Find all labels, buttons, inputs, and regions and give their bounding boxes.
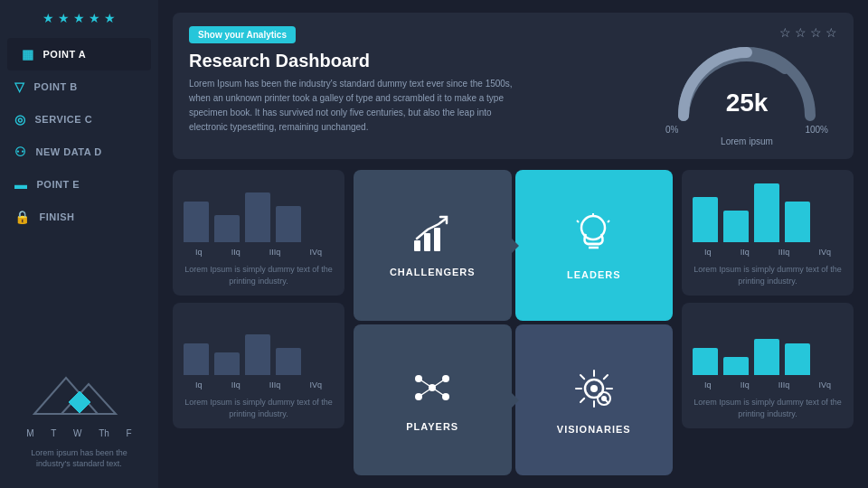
svg-line-19 (419, 388, 432, 397)
rbbar-4 (785, 343, 810, 375)
sidebar-item-service-c[interactable]: ◎ SERVICE C (0, 103, 158, 136)
days-row: M T W Th F (9, 423, 149, 444)
dashboard-desc: Lorem Ipsum has been the industry's stan… (189, 77, 533, 135)
star-5: ★ (104, 11, 116, 25)
top-section: Show your Analytics Research Dashboard L… (173, 13, 854, 159)
rlabel-iq: Iq (704, 248, 712, 257)
left-bottom-bar-labels: Iq IIq IIIq IVq (184, 380, 334, 389)
day-t: T (51, 428, 56, 438)
bar-4 (276, 206, 301, 242)
right-bottom-chart-desc: Lorem Ipsum is simply dummy text of the … (693, 397, 843, 419)
rbar-1 (693, 197, 718, 242)
visionaries-icon (571, 366, 617, 418)
svg-rect-3 (414, 240, 420, 251)
analytics-badge[interactable]: Show your Analytics (189, 26, 296, 43)
settings-icon: ◎ (14, 112, 26, 127)
gauge-star-4: ☆ (826, 25, 837, 40)
bar-b4 (276, 348, 301, 375)
gauge-star-1: ☆ (779, 25, 791, 40)
grid-icon: ▦ (22, 47, 34, 61)
svg-line-30 (580, 398, 584, 401)
filter-icon: ▽ (14, 80, 25, 94)
players-label: PLAYERS (406, 421, 458, 432)
svg-marker-2 (69, 391, 90, 413)
sidebar-desc: Lorem ipsum has been the industry's stan… (9, 444, 149, 477)
svg-point-32 (601, 396, 607, 401)
label-ivq-b: IVq (309, 380, 322, 389)
dashboard-title: Research Dashboard (189, 51, 642, 71)
left-bottom-bar-chart (184, 312, 334, 375)
left-bottom-chart-desc: Lorem Ipsum is simply dummy text of the … (184, 397, 334, 419)
quad-challengers[interactable]: CHALLENGERS (354, 170, 512, 321)
sidebar-item-new-data-d[interactable]: ⚇ NEW DATA D (0, 136, 158, 168)
svg-line-11 (608, 221, 609, 222)
right-top-bar-chart (693, 179, 843, 242)
challengers-label: CHALLENGERS (390, 267, 476, 277)
gauge-stars: ☆ ☆ ☆ ☆ (779, 25, 837, 40)
rlabel-ivq: IVq (818, 248, 831, 257)
right-top-bar-labels: Iq IIq IIIq IVq (693, 248, 843, 257)
mountain-area (9, 360, 149, 423)
rbbar-3 (754, 339, 779, 375)
quad-players[interactable]: PLAYERS (354, 324, 512, 475)
sidebar-item-point-b[interactable]: ▽ POINT B (0, 70, 158, 103)
users-icon: ⚇ (14, 145, 27, 159)
svg-line-29 (604, 375, 608, 379)
sidebar-bottom: M T W Th F Lorem ipsum has been the indu… (0, 351, 158, 477)
sidebar-stars: ★ ★ ★ ★ ★ (0, 11, 158, 25)
rbar-4 (785, 202, 810, 242)
sidebar-item-point-a[interactable]: ▦ POINT A (7, 38, 151, 70)
rblabel-iq: Iq (704, 380, 712, 389)
right-top-chart: Iq IIq IIIq IVq Lorem Ipsum is simply du… (682, 170, 854, 296)
rbar-3 (754, 183, 779, 242)
left-top-bar-chart (184, 179, 334, 242)
right-bottom-bar-labels: Iq IIq IIIq IVq (693, 380, 843, 389)
visionaries-label: VISIONARIES (557, 424, 631, 435)
left-top-bar-labels: Iq IIq IIIq IVq (184, 248, 334, 257)
left-top-chart: Iq IIq IIIq IVq Lorem Ipsum is simply du… (173, 170, 344, 296)
sidebar-label-point-e: POINT E (37, 179, 80, 190)
sidebar-item-finish[interactable]: 🔒 FINISH (0, 201, 158, 233)
day-th: Th (99, 428, 109, 438)
label-iiq: IIq (231, 248, 241, 257)
top-right: ☆ ☆ ☆ ☆ 25k 0% 100% Lorem i (656, 25, 837, 146)
svg-line-10 (577, 221, 579, 222)
players-icon (410, 368, 455, 416)
rbbar-1 (693, 348, 718, 375)
sidebar-item-point-e[interactable]: ▬ POINT E (0, 168, 158, 201)
leaders-label: LEADERS (567, 269, 621, 280)
gauge-max: 100% (805, 125, 828, 135)
label-iq: Iq (195, 248, 203, 257)
day-w: W (73, 428, 81, 438)
bottom-section: Iq IIq IIIq IVq Lorem Ipsum is simply du… (173, 170, 854, 475)
right-bottom-chart: Iq IIq IIIq IVq Lorem Ipsum is simply du… (682, 303, 854, 428)
sidebar-label-service-c: SERVICE C (35, 114, 93, 125)
quadrant: CHALLENGERS LEADERS (354, 170, 673, 475)
bar-3 (245, 192, 270, 242)
table-icon: ▬ (14, 177, 28, 192)
rblabel-iiq: IIq (741, 380, 750, 389)
rbbar-2 (723, 357, 749, 375)
mountain-icon (25, 364, 134, 418)
star-1: ★ (42, 11, 54, 25)
svg-line-18 (432, 379, 446, 388)
right-top-chart-desc: Lorem Ipsum is simply dummy text of the … (693, 264, 843, 286)
day-m: M (26, 428, 33, 438)
quad-visionaries[interactable]: VISIONARIES (515, 324, 674, 475)
quad-leaders[interactable]: LEADERS (515, 170, 674, 321)
rbar-2 (723, 211, 749, 242)
bar-1 (184, 202, 209, 242)
sidebar-label-point-a: POINT A (43, 49, 87, 60)
gauge-star-2: ☆ (795, 25, 807, 40)
star-4: ★ (89, 11, 100, 25)
svg-line-17 (419, 379, 432, 388)
rblabel-iiiq: IIIq (778, 380, 790, 389)
left-bottom-chart: Iq IIq IIIq IVq Lorem Ipsum is simply du… (173, 303, 344, 428)
top-left: Show your Analytics Research Dashboard L… (189, 25, 642, 135)
bar-b1 (184, 343, 209, 375)
right-bottom-bar-chart (693, 312, 843, 375)
sidebar-label-finish: FINISH (40, 211, 75, 222)
gauge-area: 25k (665, 43, 828, 125)
gauge-star-3: ☆ (810, 25, 822, 40)
label-iiq-b: IIq (231, 380, 241, 389)
